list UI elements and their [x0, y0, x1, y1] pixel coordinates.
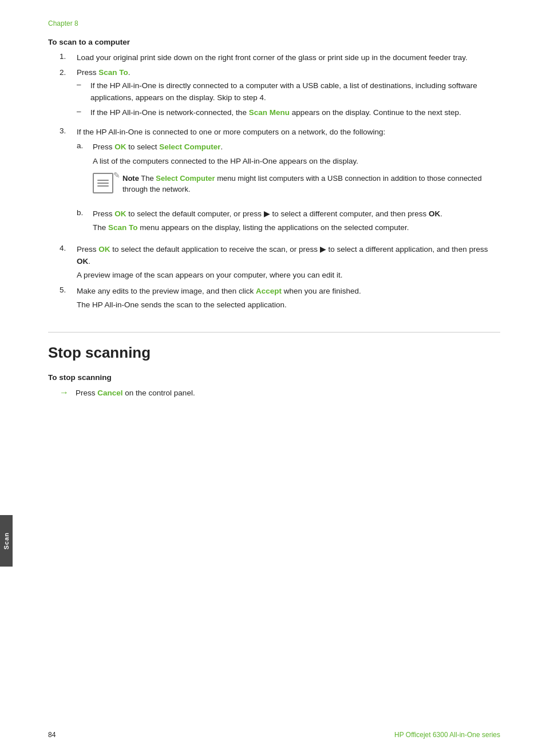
note-icon-inner: [93, 173, 113, 193]
step-2-sub-2: – If the HP All-in-One is network-connec…: [77, 107, 500, 118]
arrow-icon: →: [60, 387, 76, 398]
note-label: Note: [122, 174, 139, 183]
cancel-green: Cancel: [97, 389, 122, 397]
ok-green-3b: OK: [114, 209, 126, 218]
select-computer-green-note: Select Computer: [156, 174, 215, 183]
step-3b-text: Press OK to select the default computer,…: [93, 209, 442, 218]
step-2-text-after: .: [128, 68, 130, 77]
side-tab: Scan: [0, 515, 13, 567]
stop-scanning-item: → Press Cancel on the control panel.: [60, 387, 500, 399]
step-2-sub-2-text: If the HP All-in-One is network-connecte…: [90, 107, 461, 118]
step-3-text: If the HP All-in-One is connected to one…: [77, 128, 385, 136]
note-icon: ✎: [93, 173, 117, 197]
note-icon-lines: [97, 180, 109, 187]
chapter-label: Chapter 8: [48, 19, 500, 27]
step-4-subtext: A preview image of the scan appears on y…: [77, 270, 500, 281]
note-icon-line-3: [97, 185, 109, 187]
steps-list: 1. Load your original print side down on…: [60, 52, 500, 311]
footer-product: HP Officejet 6300 All-in-One series: [394, 731, 500, 739]
step-3a-text: Press OK to select Select Computer.: [93, 143, 223, 151]
step-2-num: 2.: [60, 68, 77, 122]
step-5-content: Make any edits to the preview image, and…: [77, 286, 500, 311]
step-5-num: 5.: [60, 286, 77, 311]
step-3b-label: b.: [77, 208, 93, 234]
accept-green: Accept: [256, 287, 282, 295]
step-4: 4. Press OK to select the default applic…: [60, 244, 500, 281]
scanto-green-3b: Scan To: [108, 223, 138, 232]
scan-section-heading: To scan to a computer: [48, 38, 500, 46]
scan-menu-green: Scan Menu: [249, 108, 290, 117]
step-2-sub-1: – If the HP All-in-One is directly conne…: [77, 80, 500, 104]
step-3a-label: a.: [77, 141, 93, 203]
step-3-num: 3.: [60, 126, 77, 239]
step-2-scanto: Scan To: [98, 68, 128, 77]
dash-1: –: [77, 80, 90, 104]
dash-2: –: [77, 107, 90, 118]
step-1-text: Load your original print side down on th…: [77, 52, 500, 64]
step-5-subtext: The HP All-in-One sends the scan to the …: [77, 299, 500, 311]
step-2-content: Press Scan To. – If the HP All-in-One is…: [77, 68, 500, 122]
step-2: 2. Press Scan To. – If the HP All-in-One…: [60, 68, 500, 122]
select-computer-green-3a: Select Computer: [159, 143, 220, 151]
pencil-icon: ✎: [113, 171, 120, 180]
step-3: 3. If the HP All-in-One is connected to …: [60, 126, 500, 239]
step-4-content: Press OK to select the default applicati…: [77, 244, 500, 281]
step-3-alpha-list: a. Press OK to select Select Computer. A…: [77, 141, 500, 233]
footer-page-num: 84: [48, 731, 56, 739]
note-box: ✎ Note The Select Computer menu might li…: [93, 173, 500, 197]
note-text: Note The Select Computer menu might list…: [122, 173, 500, 195]
to-stop-heading: To stop scanning: [48, 373, 500, 382]
step-4-text: Press OK to select the default applicati…: [77, 245, 488, 265]
step-1: 1. Load your original print side down on…: [60, 52, 500, 64]
step-3b: b. Press OK to select the default comput…: [77, 208, 500, 234]
page: Chapter 8 To scan to a computer 1. Load …: [0, 0, 546, 756]
step-3a-content: Press OK to select Select Computer. A li…: [93, 141, 500, 203]
stop-scanning-text: Press Cancel on the control panel.: [76, 387, 195, 399]
ok-green-3a: OK: [114, 143, 126, 151]
step-3-content: If the HP All-in-One is connected to one…: [77, 126, 500, 239]
footer: 84 HP Officejet 6300 All-in-One series: [48, 731, 500, 739]
ok-bold-3b: OK: [429, 209, 440, 218]
step-4-num: 4.: [60, 244, 77, 281]
step-3b-subtext: The Scan To menu appears on the display,…: [93, 222, 500, 233]
step-2-sub-1-text: If the HP All-in-One is directly connect…: [90, 80, 500, 104]
step-3a: a. Press OK to select Select Computer. A…: [77, 141, 500, 203]
step-2-sublist: – If the HP All-in-One is directly conne…: [77, 80, 500, 118]
step-5-text: Make any edits to the preview image, and…: [77, 287, 361, 295]
ok-green-4: OK: [98, 245, 110, 254]
step-3a-subtext: A list of the computers connected to the…: [93, 156, 500, 167]
step-3b-content: Press OK to select the default computer,…: [93, 208, 500, 234]
step-5: 5. Make any edits to the preview image, …: [60, 286, 500, 311]
step-1-num: 1.: [60, 52, 77, 64]
stop-scanning-heading: Stop scanning: [48, 332, 500, 362]
note-icon-line-1: [97, 180, 109, 181]
side-tab-label: Scan: [3, 532, 10, 549]
ok-bold-4: OK: [77, 257, 88, 266]
step-2-text-before: Press: [77, 68, 98, 77]
note-icon-line-2: [97, 183, 109, 184]
